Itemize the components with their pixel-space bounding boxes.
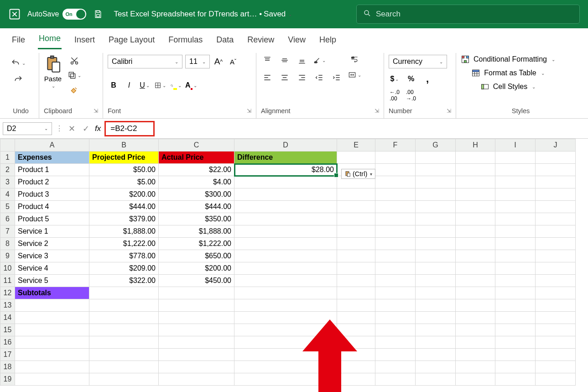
cell[interactable] (536, 152, 576, 164)
cell[interactable] (337, 299, 375, 312)
wrap-text-button[interactable]: ab (348, 55, 361, 64)
cell[interactable] (416, 152, 456, 164)
cell[interactable]: Actual Price (159, 152, 234, 164)
column-header[interactable]: J (536, 139, 576, 152)
cell[interactable] (536, 213, 576, 225)
underline-button[interactable]: U⌄ (139, 79, 151, 91)
cell[interactable] (495, 324, 536, 336)
cell[interactable]: Product 5 (15, 213, 89, 225)
tab-page-layout[interactable]: Page Layout (108, 31, 156, 49)
cell[interactable] (495, 238, 536, 250)
cell[interactable]: $1,222.00 (159, 238, 234, 250)
comma-format-button[interactable]: , (421, 73, 433, 85)
column-header[interactable]: B (89, 139, 159, 152)
cell[interactable]: $350.00 (159, 213, 234, 225)
cell[interactable] (375, 262, 416, 275)
row-header[interactable]: 17 (0, 349, 15, 361)
cell[interactable] (234, 275, 337, 287)
cell[interactable]: Product 4 (15, 201, 89, 213)
cell[interactable] (536, 201, 576, 213)
cell[interactable] (416, 213, 456, 225)
cell[interactable] (456, 213, 495, 225)
cell[interactable] (234, 287, 337, 299)
cell[interactable] (375, 349, 416, 361)
orientation-button[interactable]: ab⌄ (313, 55, 326, 66)
cell[interactable] (234, 361, 337, 373)
cell[interactable] (456, 152, 495, 164)
cell[interactable] (15, 361, 89, 373)
cell[interactable]: $22.00 (159, 164, 234, 176)
dialog-launcher-icon[interactable]: ⇲ (247, 108, 251, 114)
cell[interactable] (337, 287, 375, 299)
document-title[interactable]: Test Excel Spreadsheet for DTrends art… … (114, 10, 292, 19)
paste-options-button[interactable]: (Ctrl)▾ (341, 169, 375, 179)
tab-data[interactable]: Data (215, 31, 234, 49)
column-header[interactable]: H (456, 139, 495, 152)
cell[interactable] (234, 188, 337, 201)
cell[interactable] (89, 373, 159, 386)
cell[interactable] (234, 176, 337, 188)
select-all-corner[interactable] (0, 139, 15, 152)
cell[interactable] (337, 336, 375, 349)
cell[interactable] (375, 213, 416, 225)
row-header[interactable]: 18 (0, 361, 15, 373)
row-header[interactable]: 14 (0, 312, 15, 324)
name-box[interactable]: D2⌄ (3, 122, 52, 135)
cell[interactable] (495, 299, 536, 312)
row-header[interactable]: 6 (0, 213, 15, 225)
dialog-launcher-icon[interactable]: ⇲ (447, 108, 451, 114)
bold-button[interactable]: B (108, 79, 120, 91)
cell[interactable] (234, 373, 337, 386)
cell[interactable] (89, 361, 159, 373)
cell[interactable]: $1,888.00 (89, 225, 159, 238)
cell[interactable] (89, 349, 159, 361)
row-header[interactable]: 13 (0, 299, 15, 312)
cell[interactable] (495, 312, 536, 324)
row-header[interactable]: 5 (0, 201, 15, 213)
cancel-formula-icon[interactable]: ✕ (67, 124, 77, 134)
cell[interactable]: $200.00 (159, 262, 234, 275)
cell[interactable]: Service 2 (15, 238, 89, 250)
increase-font-button[interactable]: A^ (213, 56, 224, 68)
increase-indent-button[interactable] (330, 72, 343, 83)
row-header[interactable]: 3 (0, 176, 15, 188)
toggle-switch[interactable]: On (62, 9, 86, 20)
row-header[interactable]: 19 (0, 373, 15, 386)
cell[interactable] (337, 213, 375, 225)
tab-view[interactable]: View (287, 31, 307, 49)
cell[interactable] (159, 373, 234, 386)
cell[interactable] (416, 164, 456, 176)
cell[interactable]: $1,888.00 (159, 225, 234, 238)
cell[interactable] (456, 262, 495, 275)
cell[interactable]: Service 5 (15, 275, 89, 287)
cell[interactable] (495, 349, 536, 361)
cell[interactable] (495, 373, 536, 386)
cell[interactable] (234, 312, 337, 324)
cell[interactable] (15, 299, 89, 312)
cell[interactable]: $444.00 (159, 201, 234, 213)
cell[interactable]: $5.00 (89, 176, 159, 188)
tab-help[interactable]: Help (318, 31, 337, 49)
enter-formula-icon[interactable]: ✓ (81, 124, 91, 134)
column-header[interactable]: I (495, 139, 536, 152)
cell[interactable] (375, 373, 416, 386)
cell[interactable] (234, 336, 337, 349)
tab-file[interactable]: File (11, 31, 26, 49)
cell[interactable]: $28.00 (234, 164, 337, 176)
undo-button[interactable]: ⌄ (8, 57, 28, 69)
align-bottom-button[interactable] (296, 55, 308, 66)
cell[interactable]: $4.00 (159, 176, 234, 188)
cell[interactable] (495, 225, 536, 238)
cell[interactable] (456, 238, 495, 250)
cell[interactable] (159, 361, 234, 373)
cell[interactable] (456, 176, 495, 188)
tab-review[interactable]: Review (246, 31, 275, 49)
cell[interactable] (337, 250, 375, 262)
align-right-button[interactable] (296, 72, 308, 83)
cell[interactable] (15, 312, 89, 324)
cell[interactable] (234, 213, 337, 225)
cell[interactable] (456, 275, 495, 287)
cell[interactable]: Service 3 (15, 250, 89, 262)
cell[interactable] (375, 287, 416, 299)
cell[interactable]: $322.00 (89, 275, 159, 287)
